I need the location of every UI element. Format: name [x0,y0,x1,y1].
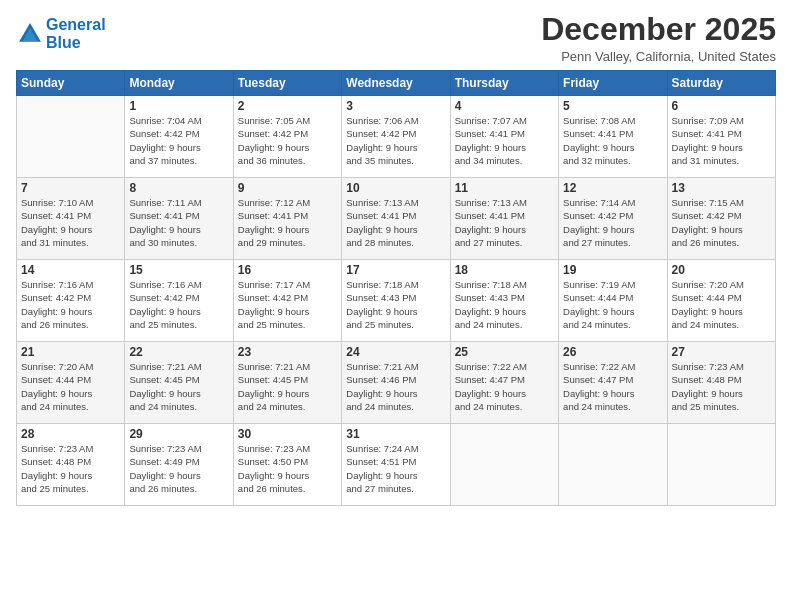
day-info: Sunrise: 7:22 AMSunset: 4:47 PMDaylight:… [563,360,662,413]
calendar-cell: 26Sunrise: 7:22 AMSunset: 4:47 PMDayligh… [559,342,667,424]
calendar-header-friday: Friday [559,71,667,96]
day-number: 3 [346,99,445,113]
day-number: 6 [672,99,771,113]
day-number: 14 [21,263,120,277]
day-number: 8 [129,181,228,195]
calendar-cell: 8Sunrise: 7:11 AMSunset: 4:41 PMDaylight… [125,178,233,260]
day-number: 28 [21,427,120,441]
day-number: 16 [238,263,337,277]
day-info: Sunrise: 7:11 AMSunset: 4:41 PMDaylight:… [129,196,228,249]
day-info: Sunrise: 7:13 AMSunset: 4:41 PMDaylight:… [455,196,554,249]
calendar-cell: 22Sunrise: 7:21 AMSunset: 4:45 PMDayligh… [125,342,233,424]
calendar-header-thursday: Thursday [450,71,558,96]
calendar-week-row: 14Sunrise: 7:16 AMSunset: 4:42 PMDayligh… [17,260,776,342]
calendar-cell: 14Sunrise: 7:16 AMSunset: 4:42 PMDayligh… [17,260,125,342]
calendar-cell: 29Sunrise: 7:23 AMSunset: 4:49 PMDayligh… [125,424,233,506]
day-info: Sunrise: 7:16 AMSunset: 4:42 PMDaylight:… [129,278,228,331]
calendar-cell: 13Sunrise: 7:15 AMSunset: 4:42 PMDayligh… [667,178,775,260]
day-number: 26 [563,345,662,359]
calendar-cell [667,424,775,506]
day-info: Sunrise: 7:07 AMSunset: 4:41 PMDaylight:… [455,114,554,167]
day-number: 4 [455,99,554,113]
day-number: 20 [672,263,771,277]
logo-line1: General [46,16,106,34]
day-info: Sunrise: 7:24 AMSunset: 4:51 PMDaylight:… [346,442,445,495]
day-number: 7 [21,181,120,195]
day-number: 2 [238,99,337,113]
day-info: Sunrise: 7:16 AMSunset: 4:42 PMDaylight:… [21,278,120,331]
logo-icon [16,20,44,48]
calendar-cell: 5Sunrise: 7:08 AMSunset: 4:41 PMDaylight… [559,96,667,178]
day-info: Sunrise: 7:10 AMSunset: 4:41 PMDaylight:… [21,196,120,249]
day-info: Sunrise: 7:04 AMSunset: 4:42 PMDaylight:… [129,114,228,167]
day-number: 23 [238,345,337,359]
day-number: 29 [129,427,228,441]
day-number: 24 [346,345,445,359]
calendar-cell: 23Sunrise: 7:21 AMSunset: 4:45 PMDayligh… [233,342,341,424]
calendar-cell: 2Sunrise: 7:05 AMSunset: 4:42 PMDaylight… [233,96,341,178]
day-info: Sunrise: 7:18 AMSunset: 4:43 PMDaylight:… [346,278,445,331]
day-number: 11 [455,181,554,195]
day-info: Sunrise: 7:17 AMSunset: 4:42 PMDaylight:… [238,278,337,331]
calendar-header-wednesday: Wednesday [342,71,450,96]
calendar-cell [450,424,558,506]
day-number: 5 [563,99,662,113]
title-area: December 2025 Penn Valley, California, U… [541,12,776,64]
calendar-cell [559,424,667,506]
day-number: 22 [129,345,228,359]
calendar-week-row: 21Sunrise: 7:20 AMSunset: 4:44 PMDayligh… [17,342,776,424]
calendar-header-sunday: Sunday [17,71,125,96]
calendar-header-tuesday: Tuesday [233,71,341,96]
day-info: Sunrise: 7:06 AMSunset: 4:42 PMDaylight:… [346,114,445,167]
calendar-cell: 4Sunrise: 7:07 AMSunset: 4:41 PMDaylight… [450,96,558,178]
page: General Blue December 2025 Penn Valley, … [0,0,792,612]
calendar-cell: 16Sunrise: 7:17 AMSunset: 4:42 PMDayligh… [233,260,341,342]
day-info: Sunrise: 7:08 AMSunset: 4:41 PMDaylight:… [563,114,662,167]
calendar-cell [17,96,125,178]
day-number: 31 [346,427,445,441]
day-info: Sunrise: 7:21 AMSunset: 4:45 PMDaylight:… [238,360,337,413]
day-info: Sunrise: 7:23 AMSunset: 4:48 PMDaylight:… [21,442,120,495]
day-number: 12 [563,181,662,195]
day-info: Sunrise: 7:13 AMSunset: 4:41 PMDaylight:… [346,196,445,249]
day-info: Sunrise: 7:14 AMSunset: 4:42 PMDaylight:… [563,196,662,249]
calendar-header-saturday: Saturday [667,71,775,96]
logo-line2: Blue [46,34,106,52]
day-number: 27 [672,345,771,359]
calendar-cell: 24Sunrise: 7:21 AMSunset: 4:46 PMDayligh… [342,342,450,424]
day-number: 1 [129,99,228,113]
calendar-cell: 28Sunrise: 7:23 AMSunset: 4:48 PMDayligh… [17,424,125,506]
day-info: Sunrise: 7:15 AMSunset: 4:42 PMDaylight:… [672,196,771,249]
calendar-table: SundayMondayTuesdayWednesdayThursdayFrid… [16,70,776,506]
day-number: 15 [129,263,228,277]
day-number: 25 [455,345,554,359]
day-info: Sunrise: 7:21 AMSunset: 4:45 PMDaylight:… [129,360,228,413]
day-info: Sunrise: 7:20 AMSunset: 4:44 PMDaylight:… [672,278,771,331]
calendar-cell: 12Sunrise: 7:14 AMSunset: 4:42 PMDayligh… [559,178,667,260]
day-info: Sunrise: 7:23 AMSunset: 4:50 PMDaylight:… [238,442,337,495]
calendar-header-row: SundayMondayTuesdayWednesdayThursdayFrid… [17,71,776,96]
day-info: Sunrise: 7:12 AMSunset: 4:41 PMDaylight:… [238,196,337,249]
day-number: 30 [238,427,337,441]
calendar-week-row: 28Sunrise: 7:23 AMSunset: 4:48 PMDayligh… [17,424,776,506]
logo: General Blue [16,16,106,51]
calendar-cell: 31Sunrise: 7:24 AMSunset: 4:51 PMDayligh… [342,424,450,506]
day-info: Sunrise: 7:09 AMSunset: 4:41 PMDaylight:… [672,114,771,167]
calendar-cell: 21Sunrise: 7:20 AMSunset: 4:44 PMDayligh… [17,342,125,424]
calendar-cell: 9Sunrise: 7:12 AMSunset: 4:41 PMDaylight… [233,178,341,260]
day-number: 19 [563,263,662,277]
day-number: 17 [346,263,445,277]
calendar-cell: 15Sunrise: 7:16 AMSunset: 4:42 PMDayligh… [125,260,233,342]
calendar-cell: 20Sunrise: 7:20 AMSunset: 4:44 PMDayligh… [667,260,775,342]
calendar-cell: 3Sunrise: 7:06 AMSunset: 4:42 PMDaylight… [342,96,450,178]
calendar-cell: 7Sunrise: 7:10 AMSunset: 4:41 PMDaylight… [17,178,125,260]
calendar-cell: 17Sunrise: 7:18 AMSunset: 4:43 PMDayligh… [342,260,450,342]
calendar-cell: 1Sunrise: 7:04 AMSunset: 4:42 PMDaylight… [125,96,233,178]
day-info: Sunrise: 7:23 AMSunset: 4:49 PMDaylight:… [129,442,228,495]
day-info: Sunrise: 7:21 AMSunset: 4:46 PMDaylight:… [346,360,445,413]
header: General Blue December 2025 Penn Valley, … [16,12,776,64]
month-title: December 2025 [541,12,776,47]
day-info: Sunrise: 7:05 AMSunset: 4:42 PMDaylight:… [238,114,337,167]
calendar-cell: 10Sunrise: 7:13 AMSunset: 4:41 PMDayligh… [342,178,450,260]
calendar-week-row: 7Sunrise: 7:10 AMSunset: 4:41 PMDaylight… [17,178,776,260]
